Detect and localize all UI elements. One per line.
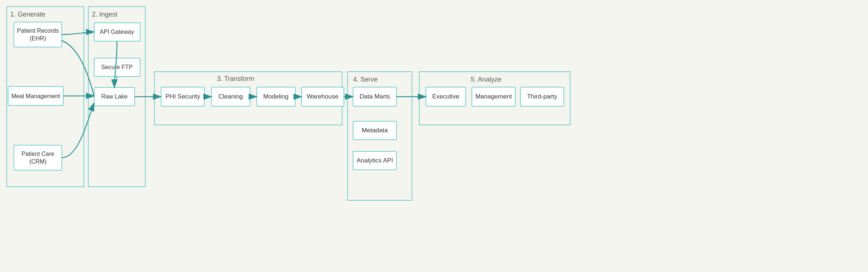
node-raw-lake-label: Raw Lake [101, 93, 127, 100]
node-analytics-api-label: Analytics API [356, 157, 393, 164]
node-meal-management-label: Meal Management [11, 93, 60, 99]
node-secure-ftp-label: Secure FTP [101, 64, 132, 70]
diagram-container: 1. Generate 2. Ingest 3. Transform 4. Se… [0, 0, 868, 272]
arrow-care-to-raw [62, 103, 94, 158]
node-modeling-label: Modeling [263, 93, 289, 100]
node-patient-records-label2: (EHR) [30, 35, 46, 42]
node-third-party-label: Third-party [527, 93, 558, 100]
node-warehouse-label: Warehouse [307, 93, 338, 100]
node-patient-care-label2: (CRM) [29, 158, 46, 165]
node-management-label: Management [475, 93, 512, 100]
node-data-marts-label: Data Marts [359, 93, 390, 100]
stage-ingest-label: 2. Ingest [92, 11, 117, 18]
stage-serve-label: 4. Serve [353, 76, 378, 83]
node-cleaning-label: Cleaning [218, 93, 243, 100]
stage-transform-label: 3. Transform [217, 75, 254, 82]
arrow-patient-to-api [62, 32, 94, 35]
node-metadata-label: Metadata [362, 127, 388, 134]
main-svg: 1. Generate 2. Ingest 3. Transform 4. Se… [0, 0, 868, 272]
node-patient-records-label1: Patient Records [17, 28, 59, 34]
node-executive-label: Executive [432, 93, 459, 100]
node-phi-security-label: PHI Security [166, 93, 200, 100]
node-patient-records-box [14, 22, 62, 47]
node-patient-care-box [14, 145, 62, 170]
stage-analyze-label: 5. Analyze [471, 76, 501, 83]
node-patient-care-label1: Patient Care [22, 151, 54, 157]
node-api-gateway-label: API Gateway [100, 29, 134, 35]
stage-generate-label: 1. Generate [10, 11, 45, 18]
arrow-patient-to-raw-curve [62, 40, 94, 97]
